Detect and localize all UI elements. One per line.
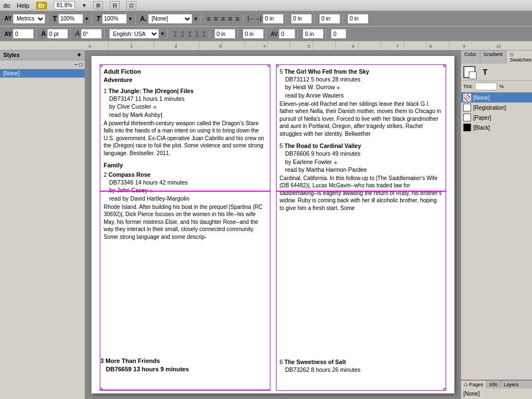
sidebar-toggle[interactable]: ✦ xyxy=(76,52,81,59)
panel-tab-bar: Color Gradient ◇ Swatches xyxy=(461,50,532,64)
tab-layers[interactable]: Layers xyxy=(501,381,521,388)
font-metrics-select[interactable]: Metrics xyxy=(13,14,45,24)
color-T-icon[interactable]: T xyxy=(483,68,488,76)
field5-group xyxy=(241,29,267,39)
entry-girl-title-line: 5 The Girl Who Fell from the Sky xyxy=(280,68,443,75)
align-bl-icon[interactable]: ⌶ xyxy=(172,30,178,37)
align-br-icon[interactable]: ⌶ xyxy=(187,30,193,37)
main-layout: Styles ✦ ─ □ [None] Ad xyxy=(0,50,532,399)
tracking-label: |←→| xyxy=(248,16,262,22)
kern-group: AV xyxy=(2,29,37,39)
zoom-level[interactable]: 81.8% xyxy=(54,1,75,9)
field2-group xyxy=(317,14,343,24)
ruler-marks: 0 1 2 3 4 5 6 7 8 9 10 xyxy=(86,42,460,50)
align-force-icon[interactable]: ≡ xyxy=(234,15,241,23)
tab-info[interactable]: Info xyxy=(487,381,501,388)
swatch-black[interactable]: [Black] xyxy=(461,122,532,132)
tracking-input[interactable] xyxy=(263,14,284,24)
panel-icon[interactable]: ⊡ xyxy=(126,1,136,9)
align-tc-icon[interactable]: ⌶ xyxy=(201,30,207,37)
tab-color[interactable]: Color xyxy=(461,50,480,64)
section-header-adult: Adult Fiction Adventure xyxy=(104,68,267,84)
leading-group: A xyxy=(39,29,71,39)
leading-input[interactable] xyxy=(47,29,68,39)
left-column[interactable]: Adult Fiction Adventure 1 The Jungle: Th… xyxy=(100,64,270,391)
color-dropdown[interactable]: ▼ xyxy=(193,16,198,22)
window-menu-help[interactable]: Help xyxy=(17,2,29,9)
right-panel: Color Gradient ◇ Swatches T Tint: % [Non… xyxy=(460,50,532,399)
baseline-input[interactable] xyxy=(279,29,295,39)
layout-icon[interactable]: ⊞ xyxy=(93,1,103,9)
window-menu-do[interactable]: do xyxy=(3,2,10,9)
entry-compass-title: Compass Rose xyxy=(109,171,151,178)
entry-cardinal-reader: read by Martha Harmon Pardee xyxy=(285,166,443,173)
text-cursor xyxy=(161,112,162,118)
entry-girl-db: DB73112 5 hours 28 minutes xyxy=(285,75,443,83)
swatch-none-label: [None] xyxy=(473,95,489,101)
align-group1: ≡ ≡ ≡ ≡ ≡ xyxy=(203,15,243,23)
field6-group xyxy=(300,29,326,39)
char-size-input[interactable] xyxy=(102,14,127,24)
field7-input[interactable] xyxy=(331,29,346,39)
section-cardinal: 5 The Road to Cardinal Valley DB76606 9 … xyxy=(280,142,443,212)
section-divider-right xyxy=(276,191,447,192)
tab-swatches[interactable]: ◇ Swatches xyxy=(507,50,532,64)
lang-dropdown[interactable]: ▼ xyxy=(160,31,165,37)
lang-select[interactable]: English: USA xyxy=(109,29,159,39)
align-tl-icon[interactable]: ⌶ xyxy=(194,30,200,37)
entry-cardinal: 5 The Road to Cardinal Valley DB76606 9 … xyxy=(280,142,443,212)
dropdown-arrow[interactable]: ▼ xyxy=(81,3,86,8)
field5-input[interactable] xyxy=(243,29,264,39)
entry-girl-author: by Heidi W. Durrow ◈ xyxy=(285,83,443,91)
entry-jungle-reader: read by Mark Ashby xyxy=(109,111,267,119)
right-frame-handle-br xyxy=(443,388,446,391)
font-group: AY Metrics xyxy=(2,14,48,24)
tracking-group: |←→| xyxy=(245,14,287,24)
align-bc-icon[interactable]: ⌶ xyxy=(180,30,186,37)
align-center-icon[interactable]: ≡ xyxy=(213,15,219,23)
tab-gradient[interactable]: Gradient xyxy=(480,50,507,64)
os-bar: do Help Br 81.8% ▼ ⊞ ⊟ ⊡ xyxy=(0,0,532,11)
leading-icon: A xyxy=(41,30,46,38)
tint-unit: % xyxy=(499,84,504,89)
entry-girl-title: The Girl Who Fell from the Sky xyxy=(284,68,369,75)
field1-input[interactable] xyxy=(291,14,312,24)
font-size-input[interactable] xyxy=(58,14,83,24)
tint-input[interactable] xyxy=(475,83,497,90)
sidebar-item-none[interactable]: [None] xyxy=(0,69,85,78)
swatch-paper[interactable]: [Paper] xyxy=(461,112,532,122)
kern-icon: AV xyxy=(4,31,12,37)
font-label: AY xyxy=(4,16,12,22)
entry-compass: 2 Compass Rose DB73346 14 hours 42 minut… xyxy=(104,171,267,241)
entry-3-num-title: 3 More Than Friends xyxy=(100,357,270,365)
none-label: [None] xyxy=(463,391,530,397)
tab-pages[interactable]: ◇ Pages xyxy=(461,381,487,388)
sidebar-collapse-btn[interactable]: ─ xyxy=(74,62,78,68)
char-dropdown[interactable]: ▼ xyxy=(128,16,133,22)
align-justify-icon[interactable]: ≡ xyxy=(227,15,233,23)
toolbar-row2: AV A A English: USA ▼ ⌶ ⌶ ⌶ ⌶ ⌶ AV xyxy=(0,27,532,42)
field4-input[interactable] xyxy=(214,29,236,39)
sidebar-header: Styles ✦ xyxy=(0,50,85,60)
content-layout: Adult Fiction Adventure 1 The Jungle: Th… xyxy=(100,64,446,391)
sidebar-expand-btn[interactable]: □ xyxy=(79,62,83,68)
section-divider-left xyxy=(100,191,270,192)
view-icon[interactable]: ⊟ xyxy=(110,1,120,9)
swatch-registration-label: [Registration] xyxy=(473,105,506,111)
entry-jungle-db: DB73147 11 hours 1 minutes xyxy=(109,95,267,103)
right-column[interactable]: 5 The Girl Who Fell from the Sky DB73112… xyxy=(276,64,447,391)
skew-input[interactable] xyxy=(81,29,102,39)
align-right-icon[interactable]: ≡ xyxy=(220,15,226,23)
field3-input[interactable] xyxy=(347,14,369,24)
entry-num-1: 1 xyxy=(104,88,107,94)
fill-btn[interactable] xyxy=(463,66,475,78)
color-select[interactable]: [None] xyxy=(148,14,192,24)
swatch-none[interactable]: [None] xyxy=(461,93,532,103)
swatch-registration[interactable]: [Registration] xyxy=(461,103,532,112)
size-dropdown[interactable]: ▼ xyxy=(84,16,89,22)
kern-input[interactable] xyxy=(13,29,34,39)
field2-input[interactable] xyxy=(319,14,340,24)
field6-input[interactable] xyxy=(303,29,324,39)
align-left-icon[interactable]: ≡ xyxy=(206,15,212,23)
swatch-paper-label: [Paper] xyxy=(473,115,491,121)
